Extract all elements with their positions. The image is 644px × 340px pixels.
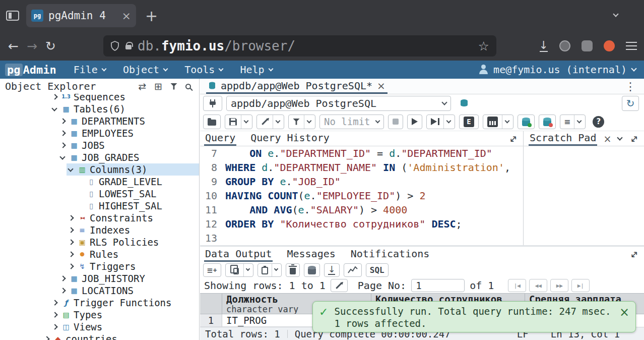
macros-button[interactable]: ≡: [560, 115, 586, 129]
tab-data-output[interactable]: Data Output: [204, 247, 273, 262]
chevron-right-icon[interactable]: [67, 214, 75, 222]
menu-help[interactable]: Help: [240, 64, 272, 76]
edit-button[interactable]: [256, 115, 284, 129]
tree-item-constraints[interactable]: ▸◂Constraints: [0, 212, 199, 224]
query-tool-tab[interactable]: appdb/app@Web PostgreSQL* ×: [206, 79, 388, 94]
tree-item-columns-3-[interactable]: ▥Columns(3): [0, 163, 199, 176]
scratch-pad-title[interactable]: Scratch Pad: [529, 131, 597, 146]
first-page-button[interactable]: |◀: [508, 279, 526, 292]
chevron-right-icon[interactable]: [42, 335, 50, 340]
new-connection-button[interactable]: [455, 96, 473, 111]
execute-options-button[interactable]: [426, 115, 455, 129]
code-line[interactable]: 8WHERE d."DEPARTMENT_NAME" IN ('Administ…: [200, 160, 523, 175]
stop-button[interactable]: [388, 115, 403, 129]
tree-item-rules[interactable]: ●Rules: [0, 248, 199, 260]
expand-icon[interactable]: ↔: [627, 132, 641, 145]
paste-button[interactable]: [257, 263, 282, 277]
chevron-right-icon[interactable]: [58, 117, 67, 125]
prev-page-button[interactable]: ◀◀: [529, 279, 547, 292]
chevron-down-icon[interactable]: [274, 267, 278, 271]
code-line[interactable]: 13: [200, 231, 523, 245]
help-button[interactable]: ?: [593, 116, 604, 128]
tree-item-departments[interactable]: ▦DEPARTMENTS: [0, 115, 199, 127]
close-icon[interactable]: ×: [619, 305, 629, 319]
downloads-icon[interactable]: ↓: [539, 40, 548, 52]
tree-item-views[interactable]: ◫Views: [0, 321, 199, 333]
tree-item-locations[interactable]: ▦LOCATIONS: [0, 285, 199, 297]
forward-icon[interactable]: →: [23, 39, 41, 53]
code-line[interactable]: 9GROUP BY e."JOB_ID": [200, 175, 523, 189]
extension-icon[interactable]: [559, 40, 570, 51]
filter-button[interactable]: [288, 115, 315, 129]
chevron-right-icon[interactable]: [50, 299, 58, 307]
chevron-down-icon[interactable]: [446, 118, 452, 123]
user-menu[interactable]: me@fymio.us (internal): [478, 64, 636, 76]
lock-icon[interactable]: [125, 45, 132, 49]
execute-button[interactable]: [407, 115, 422, 129]
tree-item-grade-level[interactable]: ▯GRADE_LEVEL: [0, 176, 199, 188]
chevron-right-icon[interactable]: [50, 311, 58, 319]
tab-list-chevron-icon[interactable]: [613, 11, 618, 17]
refresh-tree-icon[interactable]: ⇄: [138, 81, 146, 92]
limit-select[interactable]: No limit: [319, 115, 384, 129]
close-icon[interactable]: ×: [603, 133, 611, 144]
bookmark-star-icon[interactable]: ☆: [478, 39, 489, 53]
tab-notifications[interactable]: Notifications: [350, 247, 431, 262]
chevron-right-icon[interactable]: [50, 94, 58, 101]
chevron-right-icon[interactable]: [58, 141, 67, 149]
tab-query-history[interactable]: Query History: [249, 131, 331, 146]
graph-visualiser-button[interactable]: [344, 263, 362, 277]
more-options-icon[interactable]: ⋮: [625, 80, 636, 93]
chevron-right-icon[interactable]: [58, 287, 67, 295]
delete-row-button[interactable]: [286, 263, 300, 277]
tree-item-job-grades[interactable]: ▦JOB_GRADES: [0, 151, 199, 163]
code-line[interactable]: 7 ON e."DEPARTMENT_ID" = d."DEPARTMENT_I…: [200, 146, 523, 160]
next-page-button[interactable]: ▶▶: [550, 279, 568, 292]
menu-object[interactable]: Object: [123, 64, 167, 76]
chevron-right-icon[interactable]: [67, 250, 75, 258]
reload-icon[interactable]: ↻: [41, 39, 60, 53]
tree-item-employees[interactable]: ▦EMPLOYEES: [0, 127, 199, 139]
tree-item-highest-sal[interactable]: ▯HIGHEST_SAL: [0, 200, 199, 212]
scratch-pad[interactable]: [524, 146, 644, 245]
tab-close-icon[interactable]: ×: [122, 10, 131, 22]
last-page-button[interactable]: ▶|: [571, 279, 590, 292]
row-number-cell[interactable]: 1: [200, 314, 222, 327]
rollback-button[interactable]: [539, 115, 556, 129]
shield-icon[interactable]: [110, 41, 119, 51]
copy-button[interactable]: [225, 263, 253, 277]
url-bar[interactable]: db.fymio.us/browser/ ☆: [103, 35, 496, 56]
tree-item-indexes[interactable]: ≡Indexes: [0, 224, 199, 236]
chevron-down-icon[interactable]: [276, 118, 281, 123]
sql-editor[interactable]: 7 ON e."DEPARTMENT_ID" = d."DEPARTMENT_I…: [200, 146, 524, 245]
chevron-right-icon[interactable]: [50, 323, 58, 331]
menu-file[interactable]: File: [74, 64, 106, 76]
code-line[interactable]: 11 AND AVG(e."SALARY") > 4000: [200, 203, 523, 217]
tree-item-countries[interactable]: ◆countries: [0, 333, 199, 340]
chevron-right-icon[interactable]: [67, 226, 75, 234]
tree-item-trigger-functions[interactable]: ƒTrigger Functions: [0, 297, 199, 309]
tree-item-jobs[interactable]: ▦JOBS: [0, 139, 199, 151]
new-tab-button[interactable]: +: [145, 7, 158, 25]
expand-icon[interactable]: ↔: [627, 248, 641, 261]
page-number-input[interactable]: [411, 279, 465, 292]
edit-range-button[interactable]: [331, 279, 348, 292]
save-button[interactable]: [225, 115, 252, 129]
tab-query[interactable]: Query: [204, 131, 236, 146]
code-line[interactable]: 10HAVING COUNT(e."EMPLOYEE_ID") > 2: [200, 189, 523, 203]
tree-item-lowest-sal[interactable]: ▯LOWEST_SAL: [0, 188, 199, 200]
extension-icon[interactable]: [582, 40, 593, 51]
menu-hamburger-icon[interactable]: [626, 45, 637, 46]
open-file-button[interactable]: [203, 115, 221, 129]
chevron-down-icon[interactable]: [244, 118, 249, 123]
tree-item-rls-policies[interactable]: ▣RLS Policies: [0, 236, 199, 248]
reset-layout-button[interactable]: ↻: [622, 96, 639, 111]
chevron-down-icon[interactable]: [577, 118, 582, 123]
chevron-down-icon[interactable]: [617, 135, 622, 140]
menu-tools[interactable]: Tools: [184, 64, 223, 76]
search-icon[interactable]: [185, 84, 191, 89]
save-data-button[interactable]: [304, 263, 320, 277]
connection-status-button[interactable]: [203, 96, 222, 111]
add-row-button[interactable]: ≡+: [203, 263, 221, 277]
chevron-right-icon[interactable]: [58, 274, 67, 282]
